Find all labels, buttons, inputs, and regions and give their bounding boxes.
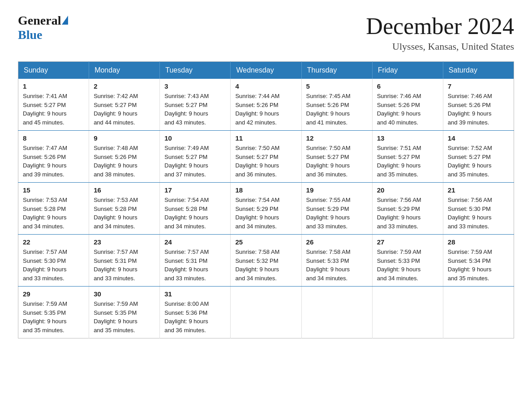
day-info: Sunrise: 7:57 AMSunset: 5:31 PMDaylight:… [164,248,226,283]
calendar-cell: 10 Sunrise: 7:49 AMSunset: 5:27 PMDaylig… [160,131,231,183]
logo: General Blue [18,13,68,42]
calendar-cell: 7 Sunrise: 7:46 AMSunset: 5:26 PMDayligh… [443,79,514,131]
day-number: 4 [235,82,296,90]
column-header-saturday: Saturday [443,62,514,79]
page-header: General Blue December 2024 Ulysses, Kans… [18,13,514,52]
day-number: 14 [448,134,509,142]
day-number: 16 [94,186,155,194]
day-info: Sunrise: 7:57 AMSunset: 5:31 PMDaylight:… [94,248,155,283]
day-info: Sunrise: 7:57 AMSunset: 5:30 PMDaylight:… [23,248,84,283]
day-info: Sunrise: 7:53 AMSunset: 5:28 PMDaylight:… [94,196,155,231]
calendar-cell: 17 Sunrise: 7:54 AMSunset: 5:28 PMDaylig… [160,183,231,235]
calendar-week-3: 15 Sunrise: 7:53 AMSunset: 5:28 PMDaylig… [18,183,514,235]
day-number: 26 [306,238,368,246]
day-number: 31 [164,290,226,298]
calendar-cell: 19 Sunrise: 7:55 AMSunset: 5:29 PMDaylig… [301,183,372,235]
day-info: Sunrise: 7:58 AMSunset: 5:32 PMDaylight:… [235,248,296,283]
calendar-cell: 25 Sunrise: 7:58 AMSunset: 5:32 PMDaylig… [231,235,301,287]
day-number: 3 [164,82,226,90]
calendar-cell: 4 Sunrise: 7:44 AMSunset: 5:26 PMDayligh… [231,79,301,131]
day-info: Sunrise: 7:42 AMSunset: 5:27 PMDaylight:… [94,92,155,127]
month-title: December 2024 [366,13,514,39]
day-number: 9 [94,134,155,142]
calendar-cell: 2 Sunrise: 7:42 AMSunset: 5:27 PMDayligh… [89,79,160,131]
day-info: Sunrise: 7:58 AMSunset: 5:33 PMDaylight:… [306,248,368,283]
calendar-cell: 29 Sunrise: 7:59 AMSunset: 5:35 PMDaylig… [18,287,89,338]
logo-triangle-icon [62,16,68,25]
calendar-cell [231,287,301,338]
day-info: Sunrise: 7:55 AMSunset: 5:29 PMDaylight:… [306,196,368,231]
calendar-cell: 30 Sunrise: 7:59 AMSunset: 5:35 PMDaylig… [89,287,160,338]
day-number: 22 [23,238,84,246]
day-number: 5 [306,82,368,90]
day-number: 15 [23,186,84,194]
calendar-week-5: 29 Sunrise: 7:59 AMSunset: 5:35 PMDaylig… [18,287,514,338]
title-section: December 2024 Ulysses, Kansas, United St… [366,13,514,52]
day-number: 30 [94,290,155,298]
day-number: 13 [377,134,438,142]
day-number: 23 [94,238,155,246]
logo-blue-text: Blue [18,28,42,42]
day-info: Sunrise: 7:44 AMSunset: 5:26 PMDaylight:… [235,92,296,127]
calendar-cell: 31 Sunrise: 8:00 AMSunset: 5:36 PMDaylig… [160,287,231,338]
day-number: 1 [23,82,84,90]
day-number: 27 [377,238,438,246]
calendar-cell: 14 Sunrise: 7:52 AMSunset: 5:27 PMDaylig… [443,131,514,183]
calendar-cell [443,287,514,338]
location-title: Ulysses, Kansas, United States [366,41,514,52]
calendar-cell: 27 Sunrise: 7:59 AMSunset: 5:33 PMDaylig… [372,235,443,287]
day-info: Sunrise: 7:59 AMSunset: 5:35 PMDaylight:… [23,300,84,334]
day-info: Sunrise: 7:46 AMSunset: 5:26 PMDaylight:… [448,92,509,127]
day-info: Sunrise: 7:46 AMSunset: 5:26 PMDaylight:… [377,92,438,127]
day-number: 25 [235,238,296,246]
day-number: 28 [448,238,509,246]
day-number: 7 [448,82,509,90]
calendar-cell: 16 Sunrise: 7:53 AMSunset: 5:28 PMDaylig… [89,183,160,235]
day-info: Sunrise: 7:51 AMSunset: 5:27 PMDaylight:… [377,144,438,179]
day-number: 29 [23,290,84,298]
day-info: Sunrise: 7:43 AMSunset: 5:27 PMDaylight:… [164,92,226,127]
day-info: Sunrise: 7:59 AMSunset: 5:33 PMDaylight:… [377,248,438,283]
calendar-cell: 8 Sunrise: 7:47 AMSunset: 5:26 PMDayligh… [18,131,89,183]
day-number: 6 [377,82,438,90]
column-header-friday: Friday [372,62,443,79]
day-info: Sunrise: 7:45 AMSunset: 5:26 PMDaylight:… [306,92,368,127]
calendar-cell: 18 Sunrise: 7:54 AMSunset: 5:29 PMDaylig… [231,183,301,235]
day-info: Sunrise: 7:56 AMSunset: 5:29 PMDaylight:… [377,196,438,231]
column-header-monday: Monday [89,62,160,79]
day-number: 8 [23,134,84,142]
calendar-week-4: 22 Sunrise: 7:57 AMSunset: 5:30 PMDaylig… [18,235,514,287]
calendar-cell [301,287,372,338]
calendar-table: SundayMondayTuesdayWednesdayThursdayFrid… [18,61,514,338]
day-info: Sunrise: 7:59 AMSunset: 5:35 PMDaylight:… [94,300,155,334]
column-header-tuesday: Tuesday [160,62,231,79]
day-info: Sunrise: 7:53 AMSunset: 5:28 PMDaylight:… [23,196,84,231]
calendar-cell: 13 Sunrise: 7:51 AMSunset: 5:27 PMDaylig… [372,131,443,183]
column-header-sunday: Sunday [18,62,89,79]
day-info: Sunrise: 7:54 AMSunset: 5:29 PMDaylight:… [235,196,296,231]
calendar-cell: 9 Sunrise: 7:48 AMSunset: 5:26 PMDayligh… [89,131,160,183]
day-number: 12 [306,134,368,142]
day-info: Sunrise: 7:48 AMSunset: 5:26 PMDaylight:… [94,144,155,179]
calendar-cell: 12 Sunrise: 7:50 AMSunset: 5:27 PMDaylig… [301,131,372,183]
column-header-thursday: Thursday [301,62,372,79]
calendar-cell: 21 Sunrise: 7:56 AMSunset: 5:30 PMDaylig… [443,183,514,235]
calendar-cell: 3 Sunrise: 7:43 AMSunset: 5:27 PMDayligh… [160,79,231,131]
calendar-cell: 22 Sunrise: 7:57 AMSunset: 5:30 PMDaylig… [18,235,89,287]
day-info: Sunrise: 8:00 AMSunset: 5:36 PMDaylight:… [164,300,226,334]
day-info: Sunrise: 7:56 AMSunset: 5:30 PMDaylight:… [448,196,509,231]
day-number: 18 [235,186,296,194]
calendar-cell: 15 Sunrise: 7:53 AMSunset: 5:28 PMDaylig… [18,183,89,235]
calendar-cell: 11 Sunrise: 7:50 AMSunset: 5:27 PMDaylig… [231,131,301,183]
day-number: 2 [94,82,155,90]
day-info: Sunrise: 7:47 AMSunset: 5:26 PMDaylight:… [23,144,84,179]
calendar-cell: 6 Sunrise: 7:46 AMSunset: 5:26 PMDayligh… [372,79,443,131]
day-info: Sunrise: 7:52 AMSunset: 5:27 PMDaylight:… [448,144,509,179]
day-info: Sunrise: 7:50 AMSunset: 5:27 PMDaylight:… [235,144,296,179]
calendar-cell: 23 Sunrise: 7:57 AMSunset: 5:31 PMDaylig… [89,235,160,287]
day-number: 24 [164,238,226,246]
day-number: 20 [377,186,438,194]
calendar-cell: 5 Sunrise: 7:45 AMSunset: 5:26 PMDayligh… [301,79,372,131]
day-number: 21 [448,186,509,194]
calendar-cell: 20 Sunrise: 7:56 AMSunset: 5:29 PMDaylig… [372,183,443,235]
